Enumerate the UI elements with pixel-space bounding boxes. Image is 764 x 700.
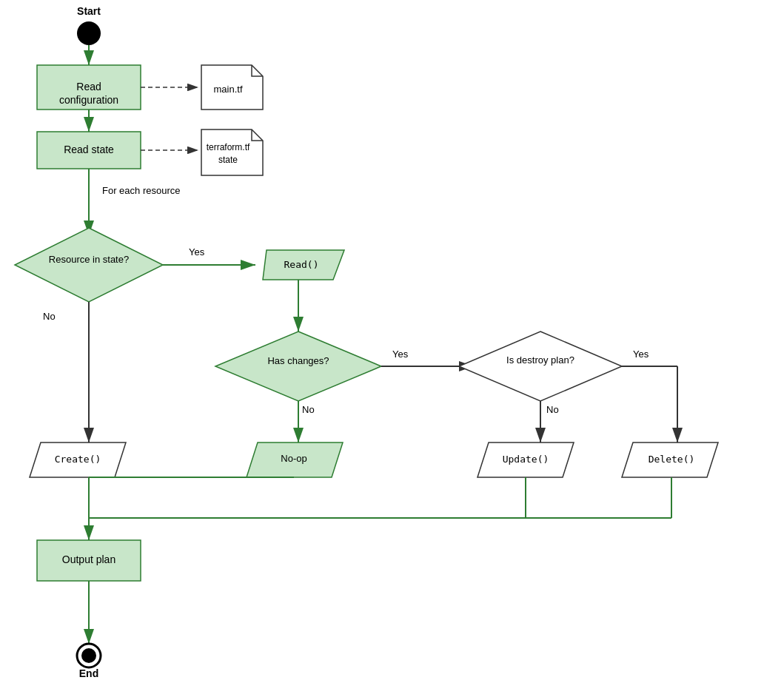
main-tf-doc: main.tf [201, 65, 263, 110]
no-label-resource: No [43, 311, 56, 322]
yes-label-resource: Yes [189, 246, 205, 258]
read-state-label: Read state [64, 144, 114, 155]
read-config-label2: configuration [59, 94, 118, 106]
end-label: End [79, 667, 98, 679]
read-config-label: Read [76, 81, 101, 92]
output-plan-label: Output plan [62, 553, 115, 565]
tfstate-label2: state [218, 155, 238, 165]
tfstate-label1: terraform.tf [207, 142, 250, 152]
create-func-label: Create() [55, 454, 101, 465]
start-label: Start [77, 5, 101, 17]
end-circle-inner [81, 648, 96, 663]
delete-func-label: Delete() [649, 454, 695, 465]
no-op-label: No-op [281, 453, 306, 464]
for-each-label: For each resource [102, 185, 181, 196]
resource-in-state-label1: Resource in state? [49, 254, 129, 265]
has-changes-label: Has changes? [267, 355, 329, 366]
no-label-destroy: No [546, 404, 559, 415]
is-destroy-label1: Is destroy plan? [506, 354, 574, 366]
yes-label-destroy: Yes [633, 349, 649, 360]
read-func-label: Read() [284, 259, 319, 270]
yes-label-changes: Yes [392, 349, 409, 360]
no-label-changes: No [302, 404, 315, 415]
is-destroy-diamond [459, 332, 622, 401]
main-tf-label: main.tf [213, 84, 242, 95]
update-func-label: Update() [503, 454, 549, 465]
start-circle [77, 21, 101, 45]
terraform-tfstate-doc: terraform.tf state [201, 129, 263, 175]
